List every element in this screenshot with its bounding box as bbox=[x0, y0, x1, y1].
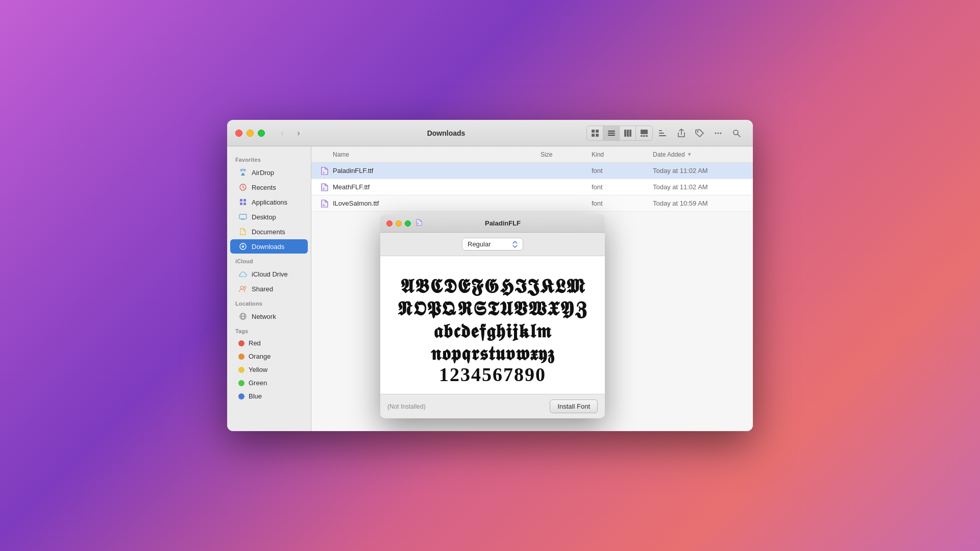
svg-rect-10 bbox=[641, 130, 648, 134]
fp-close-button[interactable] bbox=[386, 220, 393, 227]
icloud-drive-label: iCloud Drive bbox=[252, 270, 288, 278]
gallery-view-button[interactable] bbox=[636, 126, 652, 140]
sort-button[interactable] bbox=[655, 126, 671, 140]
icloud-drive-icon bbox=[238, 269, 248, 279]
preview-lowercase-1: 𝖆𝖇𝖈𝖉𝖊𝖋𝖌𝖍𝖎𝖏𝖐𝖑𝖒 bbox=[433, 320, 552, 342]
sidebar-item-desktop[interactable]: Desktop bbox=[230, 210, 308, 224]
finder-window: ‹ › Downloads bbox=[227, 120, 753, 431]
title-bar: ‹ › Downloads bbox=[227, 120, 753, 146]
svg-text:A: A bbox=[417, 222, 419, 225]
minimize-button[interactable] bbox=[247, 130, 254, 137]
sidebar-item-applications[interactable]: Applications bbox=[230, 195, 308, 209]
svg-rect-12 bbox=[643, 135, 645, 137]
network-icon bbox=[238, 312, 248, 321]
font-preview-toolbar: Regular bbox=[380, 233, 605, 256]
more-button[interactable] bbox=[710, 126, 726, 140]
sidebar-item-airdrop[interactable]: AirDrop bbox=[230, 165, 308, 180]
applications-icon bbox=[238, 197, 248, 207]
network-label: Network bbox=[252, 313, 276, 320]
sidebar-item-tag-orange[interactable]: Orange bbox=[230, 350, 308, 363]
file-list-header: Name Size Kind Date Added ▼ bbox=[311, 146, 753, 163]
sidebar-item-documents[interactable]: Documents bbox=[230, 224, 308, 239]
file-name-meath: MeathFLF.ttf bbox=[333, 183, 541, 191]
font-preview-window: A PaladinFLF Regular bbox=[380, 214, 605, 418]
sidebar-item-tag-green[interactable]: Green bbox=[230, 377, 308, 389]
svg-point-17 bbox=[697, 131, 699, 132]
file-name-paladin: PaladinFLF.ttf bbox=[333, 167, 541, 174]
column-header-size[interactable]: Size bbox=[541, 151, 592, 158]
documents-icon bbox=[238, 227, 248, 236]
svg-point-19 bbox=[718, 132, 719, 134]
sidebar-item-tag-yellow[interactable]: Yellow bbox=[230, 363, 308, 376]
column-header-date[interactable]: Date Added ▼ bbox=[653, 151, 745, 158]
svg-text:A: A bbox=[323, 187, 325, 190]
window-title: Downloads bbox=[312, 129, 580, 137]
sidebar-item-downloads[interactable]: Downloads bbox=[230, 239, 308, 254]
downloads-icon bbox=[238, 242, 248, 251]
orange-tag-label: Orange bbox=[249, 353, 271, 360]
back-button[interactable]: ‹ bbox=[275, 126, 289, 140]
font-preview-content: @import url('data:text/css,'); 𝕬𝕭𝕮𝕯𝕰𝕱𝕲𝕳𝕴… bbox=[380, 256, 605, 394]
red-tag-label: Red bbox=[249, 339, 261, 347]
file-row-meath[interactable]: A MeathFLF.ttf font Today at 11:02 AM bbox=[311, 179, 753, 195]
shared-label: Shared bbox=[252, 285, 273, 293]
forward-button[interactable]: › bbox=[291, 126, 306, 140]
column-view-button[interactable] bbox=[620, 126, 636, 140]
preview-lowercase-2: 𝖓𝖔𝖕𝖖𝖗𝖘𝖙𝖚𝖛𝖜𝖝𝖞𝖟 bbox=[430, 343, 555, 364]
file-kind-ilovesalmon: font bbox=[592, 199, 653, 207]
svg-rect-9 bbox=[629, 130, 631, 137]
red-tag-dot bbox=[238, 340, 244, 346]
svg-rect-8 bbox=[627, 130, 629, 137]
sidebar-item-network[interactable]: Network bbox=[230, 309, 308, 323]
font-file-icon-ilovesalmon: A bbox=[320, 198, 330, 209]
font-file-icon: A bbox=[416, 219, 422, 228]
favorites-label: Favorites bbox=[227, 153, 311, 165]
fp-maximize-button[interactable] bbox=[405, 220, 411, 227]
blue-tag-dot bbox=[238, 393, 244, 399]
font-style-label: Regular bbox=[468, 240, 491, 248]
file-kind-paladin: font bbox=[592, 167, 653, 174]
file-date-meath: Today at 11:02 AM bbox=[653, 183, 745, 191]
share-button[interactable] bbox=[673, 126, 690, 140]
svg-rect-1 bbox=[596, 130, 599, 133]
icloud-label: iCloud bbox=[227, 254, 311, 266]
font-not-installed-label: (Not Installed) bbox=[387, 403, 426, 410]
svg-rect-14 bbox=[659, 130, 662, 131]
svg-point-33 bbox=[244, 286, 246, 288]
font-preview-title: PaladinFLF bbox=[427, 219, 578, 227]
recents-icon bbox=[238, 183, 248, 192]
orange-tag-dot bbox=[238, 354, 244, 360]
svg-rect-5 bbox=[608, 133, 615, 134]
yellow-tag-label: Yellow bbox=[249, 366, 267, 373]
font-file-icon-meath: A bbox=[320, 182, 330, 192]
svg-point-18 bbox=[715, 132, 717, 134]
sidebar-item-shared[interactable]: Shared bbox=[230, 282, 308, 296]
preview-numbers: 1234567890 bbox=[439, 364, 546, 384]
maximize-button[interactable] bbox=[258, 130, 265, 137]
tag-button[interactable] bbox=[692, 126, 708, 140]
tags-label: Tags bbox=[227, 324, 311, 336]
fp-minimize-button[interactable] bbox=[396, 220, 402, 227]
traffic-lights bbox=[235, 130, 265, 137]
icon-view-button[interactable] bbox=[587, 126, 603, 140]
search-button[interactable] bbox=[728, 126, 745, 140]
font-style-selector[interactable]: Regular bbox=[462, 238, 523, 251]
file-row-ilovesalmon[interactable]: A ILoveSalmon.ttf font Today at 10:59 AM bbox=[311, 195, 753, 212]
yellow-tag-dot bbox=[238, 367, 244, 373]
sidebar-item-icloud-drive[interactable]: iCloud Drive bbox=[230, 267, 308, 281]
install-font-button[interactable]: Install Font bbox=[550, 399, 598, 413]
list-view-button[interactable] bbox=[603, 126, 620, 140]
sidebar-item-tag-blue[interactable]: Blue bbox=[230, 390, 308, 403]
svg-rect-3 bbox=[596, 134, 599, 137]
sidebar-item-recents[interactable]: Recents bbox=[230, 180, 308, 194]
close-button[interactable] bbox=[235, 130, 242, 137]
sidebar-item-tag-red[interactable]: Red bbox=[230, 337, 308, 349]
file-row-paladin[interactable]: A PaladinFLF.ttf font Today at 11:02 AM bbox=[311, 163, 753, 179]
documents-label: Documents bbox=[252, 228, 285, 236]
svg-rect-26 bbox=[240, 203, 242, 205]
green-tag-dot bbox=[238, 380, 244, 386]
svg-rect-7 bbox=[624, 130, 626, 137]
file-name-ilovesalmon: ILoveSalmon.ttf bbox=[333, 199, 541, 207]
column-header-name[interactable]: Name bbox=[333, 151, 541, 158]
column-header-kind[interactable]: Kind bbox=[592, 151, 653, 158]
